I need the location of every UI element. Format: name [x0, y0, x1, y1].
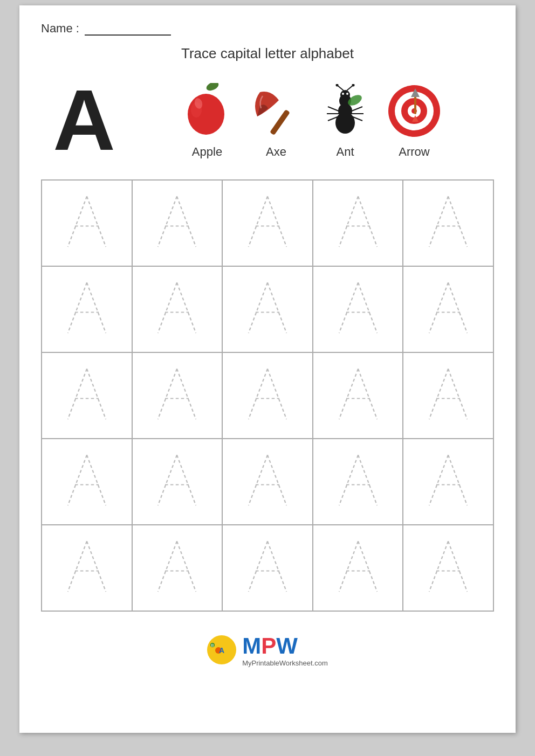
name-line: Name : [41, 22, 494, 36]
trace-cell[interactable] [313, 352, 403, 439]
svg-line-54 [339, 283, 358, 334]
svg-line-43 [448, 197, 467, 247]
trace-cell[interactable] [42, 180, 132, 266]
trace-cell[interactable] [313, 266, 403, 352]
svg-line-75 [68, 455, 87, 506]
svg-line-88 [448, 455, 467, 506]
svg-line-70 [358, 369, 377, 420]
brand-m: M [242, 633, 261, 658]
svg-line-63 [158, 369, 177, 420]
svg-line-91 [87, 542, 106, 592]
svg-text:A: A [219, 646, 224, 655]
svg-point-10 [346, 93, 348, 95]
letter-section: A Apple [41, 77, 494, 163]
svg-line-79 [177, 455, 196, 506]
name-underline [85, 34, 171, 36]
svg-line-39 [339, 197, 358, 247]
svg-line-40 [358, 197, 377, 247]
image-item-arrow: Arrow [385, 81, 444, 159]
svg-line-85 [358, 455, 377, 506]
apple-label: Apple [192, 145, 222, 159]
svg-line-36 [249, 197, 268, 247]
svg-point-9 [342, 93, 344, 95]
axe-image [246, 81, 306, 141]
images-row: Apple Axe [127, 81, 494, 159]
trace-cell[interactable] [222, 525, 313, 611]
svg-line-18 [352, 107, 362, 111]
trace-cell[interactable] [313, 525, 403, 611]
svg-line-69 [339, 369, 358, 420]
trace-cell[interactable] [42, 266, 132, 352]
trace-cell[interactable] [222, 439, 313, 525]
image-item-axe: Axe [246, 81, 306, 159]
svg-line-31 [87, 197, 106, 247]
svg-line-30 [68, 197, 87, 247]
svg-text:B: B [211, 643, 214, 648]
trace-cell[interactable] [403, 439, 493, 525]
footer-logo-icon: A B [207, 635, 237, 665]
trace-cell[interactable] [313, 180, 403, 266]
svg-line-45 [68, 283, 87, 334]
trace-cell[interactable] [42, 352, 132, 439]
trace-cell[interactable] [42, 439, 132, 525]
trace-cell[interactable] [403, 180, 493, 266]
svg-line-96 [249, 542, 268, 592]
svg-point-8 [340, 90, 350, 100]
svg-line-66 [249, 369, 268, 420]
svg-line-87 [429, 455, 448, 506]
svg-line-42 [429, 197, 448, 247]
trace-cell[interactable] [42, 525, 132, 611]
arrow-svg [386, 83, 443, 140]
svg-line-33 [158, 197, 177, 247]
trace-cell[interactable] [403, 352, 493, 439]
svg-line-60 [68, 369, 87, 420]
svg-line-61 [87, 369, 106, 420]
brand-w: W [276, 633, 298, 658]
image-item-ant: Ant [315, 81, 375, 159]
svg-line-51 [249, 283, 268, 334]
svg-line-67 [268, 369, 286, 420]
name-label: Name : [41, 22, 83, 35]
trace-cell[interactable] [222, 352, 313, 439]
svg-line-78 [158, 455, 177, 506]
svg-line-34 [177, 197, 196, 247]
svg-line-55 [358, 283, 377, 334]
trace-cell[interactable] [222, 266, 313, 352]
trace-cell[interactable] [403, 266, 493, 352]
worksheet-page: Name : Trace capital letter alphabet A [19, 5, 516, 733]
trace-cell[interactable] [403, 525, 493, 611]
footer: A B MPW MyPrintableWorksheet.com [41, 633, 494, 667]
apple-svg [180, 83, 234, 140]
svg-line-84 [339, 455, 358, 506]
svg-line-93 [158, 542, 177, 592]
svg-line-48 [158, 283, 177, 334]
svg-line-102 [429, 542, 448, 592]
svg-rect-4 [270, 109, 290, 135]
trace-cell[interactable] [132, 266, 223, 352]
trace-grid [41, 179, 494, 612]
footer-url: MyPrintableWorksheet.com [242, 659, 328, 667]
trace-cell[interactable] [222, 180, 313, 266]
svg-line-90 [68, 542, 87, 592]
svg-line-49 [177, 283, 196, 334]
svg-line-76 [87, 455, 106, 506]
trace-cell[interactable] [313, 439, 403, 525]
svg-point-0 [205, 83, 220, 92]
trace-cell[interactable] [132, 439, 223, 525]
apple-image [177, 81, 237, 141]
arrow-image [385, 81, 444, 141]
ant-svg [318, 84, 372, 138]
trace-cell[interactable] [132, 525, 223, 611]
axe-label: Axe [266, 145, 286, 159]
brand-p: P [261, 633, 276, 658]
svg-line-64 [177, 369, 196, 420]
image-item-apple: Apple [177, 81, 237, 159]
trace-cell[interactable] [132, 352, 223, 439]
ant-label: Ant [336, 145, 354, 159]
ant-image [315, 81, 375, 141]
svg-line-15 [328, 107, 339, 111]
big-letter: A [41, 77, 127, 163]
svg-line-82 [268, 455, 286, 506]
svg-line-81 [249, 455, 268, 506]
trace-cell[interactable] [132, 180, 223, 266]
